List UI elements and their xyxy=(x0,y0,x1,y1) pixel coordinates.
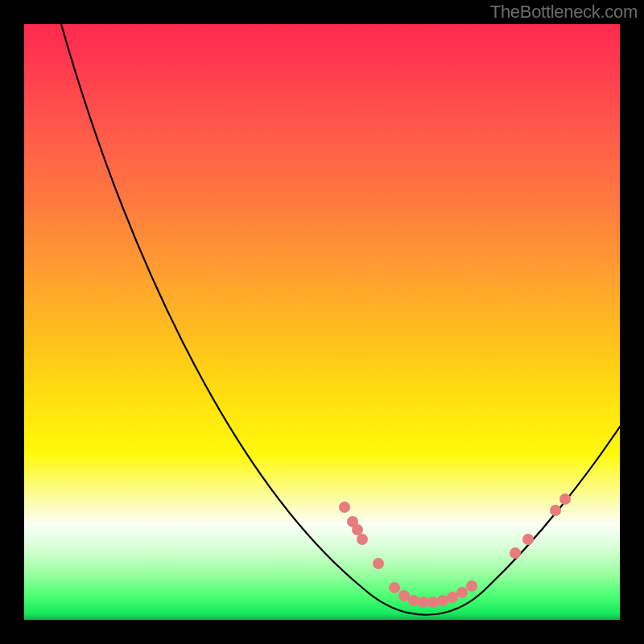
chart-frame: TheBottleneck.com xyxy=(0,0,644,644)
highlight-dot xyxy=(408,595,419,606)
highlight-dot xyxy=(550,505,561,516)
highlight-dot xyxy=(389,582,400,593)
highlight-dot xyxy=(466,580,477,592)
highlight-dot xyxy=(339,502,350,513)
highlight-dot xyxy=(357,534,368,545)
highlight-dot xyxy=(373,558,384,569)
highlight-dot xyxy=(510,547,521,559)
watermark-text: TheBottleneck.com xyxy=(490,2,638,23)
plot-area xyxy=(24,24,620,620)
highlight-dot xyxy=(456,587,468,598)
highlight-dot xyxy=(437,595,448,606)
highlight-dot xyxy=(447,592,458,603)
highlight-dot xyxy=(522,534,534,545)
highlight-dot xyxy=(427,597,439,608)
highlight-dots xyxy=(339,493,571,608)
highlight-dot xyxy=(352,524,363,535)
chart-overlay xyxy=(24,24,620,620)
highlight-dot xyxy=(559,493,571,505)
highlight-dot xyxy=(418,597,429,608)
highlight-dot xyxy=(398,590,410,601)
bottleneck-curve xyxy=(61,24,620,615)
